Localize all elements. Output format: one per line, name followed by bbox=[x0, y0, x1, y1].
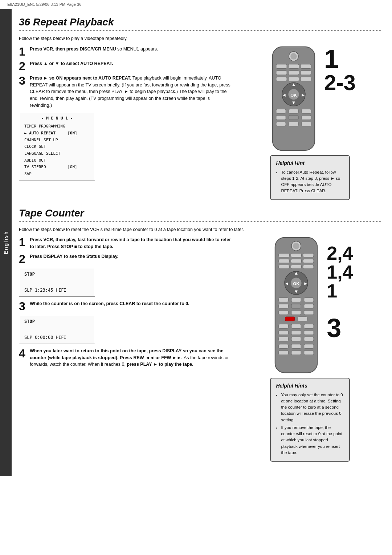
step1-repeat: 1 Press VCR, then press DISC/VCR MENU so… bbox=[19, 46, 232, 57]
svg-rect-10 bbox=[288, 77, 299, 81]
step4-tape-bold: When you later want to return to this po… bbox=[30, 348, 223, 360]
svg-text:▼: ▼ bbox=[291, 100, 296, 105]
svg-rect-36 bbox=[303, 259, 314, 263]
svg-rect-39 bbox=[303, 265, 314, 269]
step2-tape-bold: Press DISPLAY to see the Status Display. bbox=[30, 254, 118, 259]
svg-rect-58 bbox=[279, 324, 288, 329]
svg-rect-68 bbox=[291, 344, 301, 349]
svg-text:►: ► bbox=[303, 281, 308, 286]
step2-tape: 2 Press DISPLAY to see the Status Displa… bbox=[19, 253, 232, 265]
svg-rect-26 bbox=[289, 122, 298, 126]
menu-box-repeat: - M E N U 1 - TIMER PROGRAMMING ► AUTO R… bbox=[19, 112, 95, 181]
hint-list-repeat: To cancel Auto Repeat, follow steps 1-2.… bbox=[276, 169, 344, 194]
display2-top: STOP bbox=[24, 319, 90, 324]
svg-rect-72 bbox=[304, 351, 314, 355]
svg-rect-70 bbox=[279, 351, 288, 355]
big-num-24-tape: 2,4 bbox=[327, 244, 353, 263]
hint-list-tape: You may only set the counter to 0 at one… bbox=[276, 392, 344, 456]
svg-point-2 bbox=[290, 53, 297, 59]
display1-bottom: SLP 1:23:45 HIFI bbox=[24, 288, 90, 293]
svg-rect-63 bbox=[304, 331, 314, 335]
svg-text:OK: OK bbox=[290, 92, 297, 97]
svg-text:◄: ◄ bbox=[285, 281, 289, 286]
svg-rect-22 bbox=[276, 116, 286, 120]
svg-rect-64 bbox=[279, 337, 288, 341]
svg-rect-34 bbox=[279, 259, 289, 263]
svg-rect-56 bbox=[285, 317, 295, 321]
svg-rect-5 bbox=[301, 64, 311, 69]
section1-title: 36 Repeat Playback bbox=[19, 16, 381, 28]
big-num-23-repeat: 2-3 bbox=[324, 72, 356, 94]
step1-tape: 1 Press VCR, then play, fast forward or … bbox=[19, 236, 232, 250]
svg-rect-31 bbox=[279, 254, 289, 257]
svg-rect-62 bbox=[291, 331, 301, 335]
svg-rect-55 bbox=[304, 311, 314, 315]
hint-title-tape: Helpful Hints bbox=[276, 382, 344, 390]
section2-title: Tape Counter bbox=[19, 207, 381, 219]
svg-rect-20 bbox=[289, 109, 298, 113]
svg-rect-66 bbox=[304, 337, 314, 341]
svg-rect-27 bbox=[302, 122, 311, 126]
tape-right-col: ▲ ▼ ◄ ► OK bbox=[267, 236, 353, 374]
svg-rect-71 bbox=[291, 351, 301, 355]
svg-rect-52 bbox=[304, 304, 314, 309]
repeat-right-col: ▲ ▼ ◄ ► OK bbox=[265, 46, 356, 151]
svg-text:◄: ◄ bbox=[282, 92, 286, 97]
big-num-3-tape: 3 bbox=[327, 315, 353, 341]
svg-rect-11 bbox=[301, 77, 311, 81]
header-text: E8A21UD_EN1 5/29/06 3:13 PM Page 36 bbox=[7, 2, 81, 7]
svg-rect-57 bbox=[298, 317, 307, 321]
svg-rect-69 bbox=[304, 344, 314, 349]
hint-title-repeat: Helpful Hint bbox=[276, 159, 344, 167]
step4-tape: 4 When you later want to return to this … bbox=[19, 348, 232, 368]
svg-text:▲: ▲ bbox=[291, 81, 296, 87]
tape-counter-section: Tape Counter Follow the steps below to r… bbox=[19, 207, 381, 469]
step3-repeat: 3 Press ► so ON appears next to AUTO REP… bbox=[19, 75, 232, 109]
big-num-14-tape: 1,4 bbox=[327, 263, 353, 281]
svg-rect-48 bbox=[291, 298, 301, 302]
svg-rect-67 bbox=[279, 344, 288, 349]
remote-tape: ▲ ▼ ◄ ► OK bbox=[267, 236, 325, 374]
page-header: E8A21UD_EN1 5/29/06 3:13 PM Page 36 bbox=[0, 0, 392, 9]
svg-rect-37 bbox=[279, 265, 289, 269]
step2-repeat: 2 Press ▲ or ▼ to select AUTO REPEAT. bbox=[19, 60, 232, 72]
svg-rect-3 bbox=[276, 64, 287, 69]
svg-rect-35 bbox=[291, 259, 302, 263]
svg-rect-47 bbox=[279, 298, 288, 302]
svg-point-30 bbox=[293, 243, 299, 249]
display-box-1: STOP SLP 1:23:45 HIFI bbox=[19, 268, 95, 297]
svg-rect-8 bbox=[301, 70, 311, 75]
svg-rect-50 bbox=[279, 304, 288, 309]
language-sidebar: English bbox=[0, 9, 12, 476]
svg-rect-23 bbox=[289, 116, 298, 120]
step1-tape-bold: Press VCR, then play, fast forward or re… bbox=[30, 237, 231, 249]
big-num-1b-tape: 1 bbox=[327, 281, 353, 300]
svg-rect-24 bbox=[302, 116, 311, 120]
display1-top: STOP bbox=[24, 272, 90, 277]
svg-rect-38 bbox=[291, 265, 302, 269]
svg-rect-51 bbox=[291, 304, 301, 309]
helpful-hint-repeat: Helpful Hint To cancel Auto Repeat, foll… bbox=[270, 155, 350, 200]
repeat-playback-section: 36 Repeat Playback Follow the steps belo… bbox=[19, 16, 381, 207]
big-num-1-repeat: 1 bbox=[324, 46, 356, 72]
svg-rect-7 bbox=[288, 70, 299, 75]
svg-rect-19 bbox=[276, 109, 286, 113]
svg-rect-61 bbox=[279, 331, 288, 335]
section1-intro: Follow the steps below to play a videota… bbox=[19, 35, 381, 42]
svg-rect-21 bbox=[302, 109, 311, 113]
step2-bold: Press ▲ or ▼ to select AUTO REPEAT. bbox=[30, 61, 113, 66]
svg-rect-4 bbox=[288, 64, 299, 69]
svg-rect-32 bbox=[291, 254, 302, 257]
display-box-2: STOP SLP 0:00:00 HIFI bbox=[19, 315, 95, 344]
step1-bold: Press VCR, then press DISC/VCR MENU bbox=[30, 46, 116, 52]
remote-repeat: ▲ ▼ ◄ ► OK bbox=[265, 46, 323, 151]
svg-text:►: ► bbox=[301, 92, 306, 97]
display2-bottom: SLP 0:00:00 HIFI bbox=[24, 335, 90, 340]
step3-tape-bold: While the counter is on the screen, pres… bbox=[30, 301, 189, 306]
helpful-hints-tape: Helpful Hints You may only set the count… bbox=[270, 378, 350, 462]
svg-text:▲: ▲ bbox=[294, 270, 299, 276]
svg-rect-9 bbox=[276, 77, 287, 81]
svg-rect-49 bbox=[304, 298, 314, 302]
svg-rect-53 bbox=[279, 311, 288, 315]
svg-rect-6 bbox=[276, 70, 287, 75]
